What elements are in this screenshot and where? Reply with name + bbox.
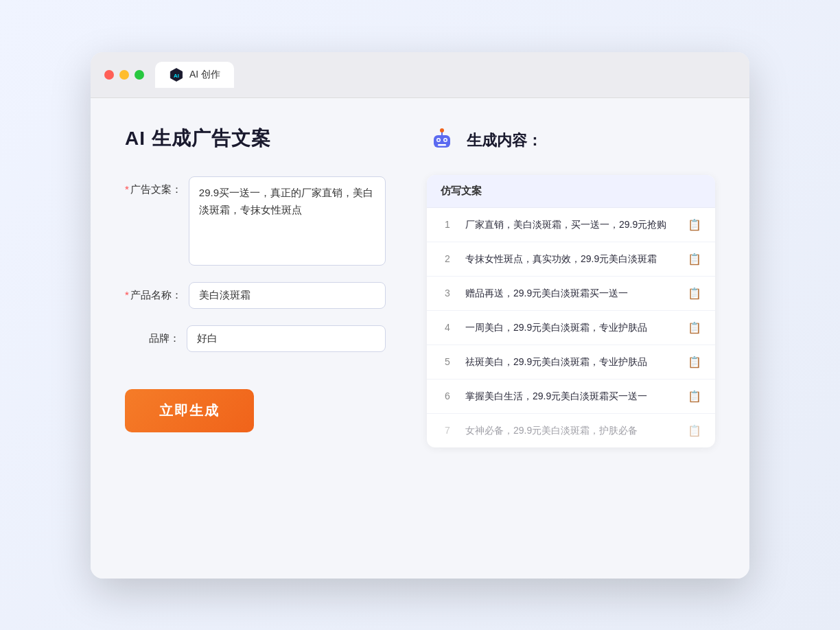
product-name-label: *产品名称：: [125, 282, 182, 302]
table-header: 仿写文案: [427, 175, 715, 208]
right-panel: 生成内容： 仿写文案 1厂家直销，美白淡斑霜，买一送一，29.9元抢购📋2专抹女…: [427, 126, 715, 544]
row-text: 一周美白，29.9元美白淡斑霜，专业护肤品: [465, 320, 677, 335]
row-number: 7: [441, 425, 454, 436]
ai-creation-tab[interactable]: AI AI 创作: [155, 62, 234, 88]
product-name-group: *产品名称：: [125, 282, 386, 309]
browser-window: AI AI 创作 AI 生成广告文案 *广告文案： 29.9买一送一，真正的厂家…: [91, 52, 749, 579]
result-row: 1厂家直销，美白淡斑霜，买一送一，29.9元抢购📋: [427, 208, 715, 242]
row-number: 2: [441, 253, 454, 264]
row-number: 6: [441, 390, 454, 401]
product-name-input[interactable]: [189, 282, 386, 309]
copy-icon[interactable]: 📋: [688, 321, 701, 334]
result-row: 3赠品再送，29.9元美白淡斑霜买一送一📋: [427, 277, 715, 311]
row-text: 专抹女性斑点，真实功效，29.9元美白淡斑霜: [465, 252, 677, 266]
result-row: 4一周美白，29.9元美白淡斑霜，专业护肤品📋: [427, 311, 715, 345]
result-table: 仿写文案 1厂家直销，美白淡斑霜，买一送一，29.9元抢购📋2专抹女性斑点，真实…: [427, 175, 715, 447]
svg-text:AI: AI: [174, 72, 179, 78]
row-number: 4: [441, 322, 454, 333]
row-number: 1: [441, 219, 454, 230]
svg-point-6: [445, 139, 447, 141]
ai-tab-icon: AI: [169, 67, 184, 82]
result-row: 2专抹女性斑点，真实功效，29.9元美白淡斑霜📋: [427, 242, 715, 277]
row-text: 掌握美白生活，29.9元美白淡斑霜买一送一: [465, 389, 677, 404]
ad-copy-label: *广告文案：: [125, 176, 182, 196]
robot-icon: [427, 126, 457, 156]
traffic-lights: [104, 70, 144, 80]
minimize-button[interactable]: [119, 70, 129, 80]
svg-point-8: [440, 128, 444, 132]
maximize-button[interactable]: [135, 70, 144, 80]
row-text: 赠品再送，29.9元美白淡斑霜买一送一: [465, 286, 677, 301]
row-text: 厂家直销，美白淡斑霜，买一送一，29.9元抢购: [465, 218, 677, 232]
result-title: 生成内容：: [467, 130, 542, 151]
ad-copy-group: *广告文案： 29.9买一送一，真正的厂家直销，美白淡斑霜，专抹女性斑点: [125, 176, 386, 266]
generate-button[interactable]: 立即生成: [125, 389, 254, 432]
brand-group: 品牌：: [125, 325, 386, 352]
svg-point-5: [438, 139, 440, 141]
ad-copy-required: *: [125, 183, 129, 195]
page-title: AI 生成广告文案: [125, 126, 386, 152]
copy-icon[interactable]: 📋: [688, 253, 701, 266]
copy-icon[interactable]: 📋: [688, 424, 701, 437]
brand-input[interactable]: [187, 325, 386, 352]
result-row: 5祛斑美白，29.9元美白淡斑霜，专业护肤品📋: [427, 345, 715, 380]
brand-label: 品牌：: [125, 325, 180, 345]
row-text: 祛斑美白，29.9元美白淡斑霜，专业护肤品: [465, 355, 677, 369]
row-text: 女神必备，29.9元美白淡斑霜，护肤必备: [465, 423, 677, 438]
tab-label: AI 创作: [189, 69, 220, 81]
ad-copy-input[interactable]: 29.9买一送一，真正的厂家直销，美白淡斑霜，专抹女性斑点: [189, 176, 386, 266]
close-button[interactable]: [104, 70, 114, 80]
copy-icon[interactable]: 📋: [688, 218, 701, 231]
svg-rect-9: [438, 144, 446, 146]
title-bar: AI AI 创作: [91, 52, 749, 98]
left-panel: AI 生成广告文案 *广告文案： 29.9买一送一，真正的厂家直销，美白淡斑霜，…: [125, 126, 386, 544]
copy-icon[interactable]: 📋: [688, 355, 701, 369]
content-area: AI 生成广告文案 *广告文案： 29.9买一送一，真正的厂家直销，美白淡斑霜，…: [91, 98, 749, 579]
result-header: 生成内容：: [427, 126, 715, 156]
results-list: 1厂家直销，美白淡斑霜，买一送一，29.9元抢购📋2专抹女性斑点，真实功效，29…: [427, 208, 715, 447]
product-name-required: *: [125, 289, 129, 301]
result-row: 6掌握美白生活，29.9元美白淡斑霜买一送一📋: [427, 380, 715, 414]
row-number: 5: [441, 356, 454, 367]
result-row: 7女神必备，29.9元美白淡斑霜，护肤必备📋: [427, 414, 715, 447]
copy-icon[interactable]: 📋: [688, 390, 701, 403]
row-number: 3: [441, 288, 454, 299]
copy-icon[interactable]: 📋: [688, 287, 701, 300]
